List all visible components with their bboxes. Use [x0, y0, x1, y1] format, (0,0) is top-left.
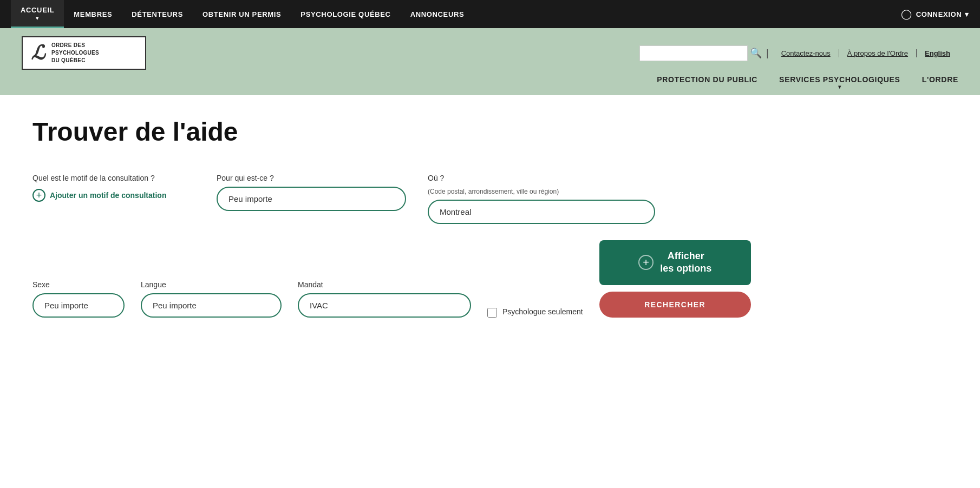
afficher-label: Afficherles options — [660, 250, 711, 275]
page-title: Trouver de l'aide — [32, 117, 948, 147]
a-propos-link[interactable]: À propos de l'Ordre — [839, 49, 916, 57]
english-label: English — [925, 49, 950, 57]
secondary-nav: PROTECTION DU PUBLIC SERVICES PSYCHOLOGI… — [0, 75, 980, 95]
top-nav-left: ACCUEIL ▾ MEMBRES DÉTENTEURS OBTENIR UN … — [11, 0, 474, 28]
nav-label-accueil: ACCUEIL — [21, 6, 54, 14]
sexe-wrapper: Peu importe — [32, 293, 125, 318]
afficher-button[interactable]: + Afficherles options — [599, 240, 751, 285]
langue-group: Langue Peu importe — [141, 280, 282, 318]
sexe-label: Sexe — [32, 280, 125, 289]
nav-item-membres[interactable]: MEMBRES — [64, 0, 122, 28]
mandat-label: Mandat — [298, 280, 471, 289]
ou-label: Où ? — [428, 174, 655, 182]
connexion-label: CONNEXION — [916, 10, 962, 18]
connexion-area[interactable]: ◯ CONNEXION ▾ — [901, 8, 969, 20]
top-nav: ACCUEIL ▾ MEMBRES DÉTENTEURS OBTENIR UN … — [0, 0, 980, 28]
nav-services-label: SERVICES PSYCHOLOGIQUES — [779, 75, 900, 84]
english-link[interactable]: English — [916, 49, 958, 57]
contactez-nous-link[interactable]: Contactez-nous — [773, 49, 839, 57]
right-actions: Psychologue seulement + Afficherles opti… — [487, 240, 751, 318]
ou-input[interactable] — [428, 200, 655, 224]
sexe-group: Sexe Peu importe — [32, 280, 125, 318]
add-motif-button[interactable]: + Ajouter un motif de consultation — [32, 189, 195, 202]
plus-circle-icon: + — [638, 255, 654, 270]
connexion-button[interactable]: CONNEXION ▾ — [916, 10, 969, 18]
nav-item-obtenir-permis[interactable]: OBTENIR UN PERMIS — [193, 0, 291, 28]
nav-lordre[interactable]: L'ORDRE — [922, 75, 958, 90]
sexe-select[interactable]: Peu importe — [32, 293, 125, 318]
rechercher-button[interactable]: RECHERCHER — [599, 292, 751, 318]
header-right: 🔍 | Contactez-nous À propos de l'Ordre E… — [639, 45, 958, 61]
contactez-nous-label: Contactez-nous — [781, 49, 831, 57]
langue-label: Langue — [141, 280, 282, 289]
pour-qui-group: Pour qui est-ce ? Peu importe — [217, 174, 406, 211]
nav-label-membres: MEMBRES — [74, 10, 112, 18]
nav-label-psychologie-quebec: PSYCHOLOGIE QUÉBEC — [300, 10, 390, 18]
nav-protection-label: PROTECTION DU PUBLIC — [657, 75, 757, 84]
chevron-down-icon: ▾ — [965, 10, 969, 18]
nav-protection-public[interactable]: PROTECTION DU PUBLIC — [657, 75, 757, 90]
form-row-2: Sexe Peu importe Langue Peu importe — [32, 240, 948, 318]
form-row-1: Quel est le motif de la consultation ? +… — [32, 174, 948, 224]
pour-qui-wrapper: Peu importe — [217, 187, 406, 211]
header-links: 🔍 | Contactez-nous À propos de l'Ordre E… — [639, 45, 958, 61]
logo-line-1: ORDRE DES — [51, 42, 85, 48]
chevron-down-icon: ▾ — [36, 15, 39, 21]
logo[interactable]: ℒ ORDRE DES PSYCHOLOGUES DU QUÉBEC — [22, 36, 146, 70]
nav-label-obtenir-permis: OBTENIR UN PERMIS — [202, 10, 281, 18]
search-form: Quel est le motif de la consultation ? +… — [32, 174, 948, 318]
nav-label-detenteurs: DÉTENTEURS — [132, 10, 183, 18]
logo-line-2: PSYCHOLOGUES — [51, 50, 99, 56]
add-motif-label: Ajouter un motif de consultation — [50, 191, 166, 200]
nav-item-annonceurs[interactable]: ANNONCEURS — [401, 0, 474, 28]
header: ℒ ORDRE DES PSYCHOLOGUES DU QUÉBEC 🔍 | C… — [0, 28, 980, 95]
logo-text: ORDRE DES PSYCHOLOGUES DU QUÉBEC — [51, 42, 99, 64]
ou-group: Où ? (Code postal, arrondissement, ville… — [428, 174, 655, 224]
langue-select[interactable]: Peu importe — [141, 293, 282, 318]
search-wrapper: 🔍 — [639, 45, 762, 61]
action-area: + Afficherles options RECHERCHER — [599, 240, 751, 318]
motif-label: Quel est le motif de la consultation ? — [32, 174, 195, 182]
nav-label-annonceurs: ANNONCEURS — [410, 10, 465, 18]
main-content: Trouver de l'aide Quel est le motif de l… — [0, 95, 980, 350]
ou-sub-label: (Code postal, arrondissement, ville ou r… — [428, 188, 655, 195]
pour-qui-select[interactable]: Peu importe — [217, 187, 406, 211]
logo-line-3: DU QUÉBEC — [51, 57, 86, 63]
chevron-down-icon: ▾ — [838, 84, 841, 90]
psychologue-checkbox[interactable] — [487, 308, 497, 318]
plus-icon: + — [32, 189, 45, 202]
nav-item-accueil[interactable]: ACCUEIL ▾ — [11, 0, 64, 28]
a-propos-label: À propos de l'Ordre — [847, 49, 908, 57]
mandat-group: Mandat IVAC — [298, 280, 471, 318]
nav-item-detenteurs[interactable]: DÉTENTEURS — [122, 0, 193, 28]
pour-qui-label: Pour qui est-ce ? — [217, 174, 406, 182]
nav-services-psychologiques[interactable]: SERVICES PSYCHOLOGIQUES ▾ — [779, 75, 900, 90]
search-button[interactable]: 🔍 — [750, 47, 762, 59]
logo-icon: ℒ — [31, 42, 45, 64]
motif-group: Quel est le motif de la consultation ? +… — [32, 174, 195, 202]
psychologue-group: Psychologue seulement — [487, 307, 583, 318]
mandat-wrapper: IVAC — [298, 293, 471, 318]
search-input[interactable] — [639, 45, 748, 61]
nav-lordre-label: L'ORDRE — [922, 75, 958, 84]
nav-item-psychologie-quebec[interactable]: PSYCHOLOGIE QUÉBEC — [291, 0, 400, 28]
rechercher-label: RECHERCHER — [644, 300, 705, 309]
mandat-select[interactable]: IVAC — [298, 293, 471, 318]
langue-wrapper: Peu importe — [141, 293, 282, 318]
psychologue-label: Psychologue seulement — [502, 307, 583, 318]
